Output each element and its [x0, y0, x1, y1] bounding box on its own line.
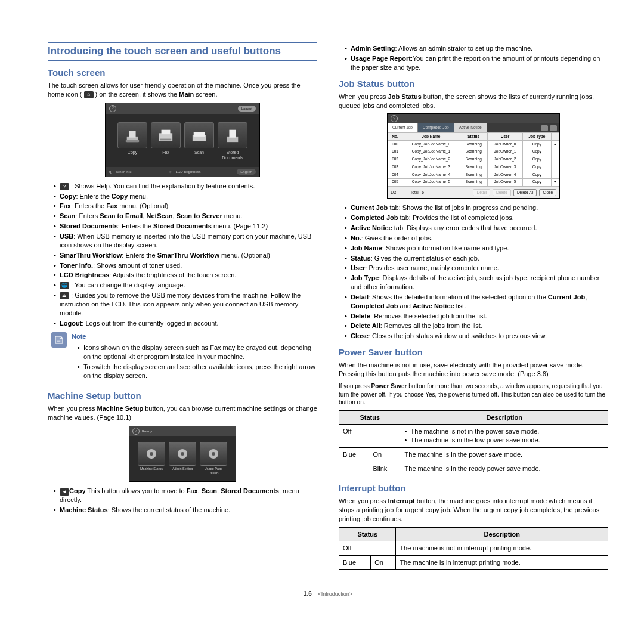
touch-screen-heading: Touch screen — [48, 67, 317, 79]
note-items: Icons shown on the display screen such a… — [78, 343, 317, 380]
eject-icon: ⏏ — [60, 292, 69, 299]
touch-screen-mock: ? Logout CopyFaxScanStored Documents ◐To… — [105, 103, 260, 177]
help-icon: ? — [60, 183, 69, 190]
power-saver-p2: If you press Power Saver button for more… — [339, 382, 608, 407]
svg-rect-4 — [162, 130, 171, 134]
svg-point-15 — [212, 452, 215, 456]
help-icon: ? — [391, 115, 398, 122]
interrupt-intro: When you press Interrupt button, the mac… — [339, 497, 608, 524]
job-status-intro: When you press Job Status button, the sc… — [339, 92, 608, 110]
note-block: Note Icons shown on the display screen s… — [51, 332, 317, 383]
svg-rect-2 — [126, 140, 139, 142]
svg-rect-5 — [160, 138, 172, 140]
interrupt-table: StatusDescriptionOffThe machine is not i… — [339, 527, 608, 571]
svg-point-11 — [150, 452, 153, 456]
job-total: Total : 6 — [410, 190, 424, 196]
chapter-label: <Introduction> — [318, 591, 353, 597]
job-status-bullets: Current Job tab: Shows the list of jobs … — [345, 203, 608, 340]
note-label: Note — [72, 332, 317, 341]
msetup-bullet-list: ◄Copy This button allows you to move to … — [54, 487, 317, 515]
machine-setup-heading: Machine Setup button — [48, 390, 317, 402]
toner-info-label: Toner Info. — [116, 169, 132, 174]
close-button: Close — [539, 189, 556, 197]
machine-setup-mock: ?Ready Machine StatusAdmin SettingUsage … — [129, 426, 236, 482]
language-label: English — [237, 169, 256, 175]
touch-intro-bold: Main — [179, 91, 194, 98]
tab-active-notice: Active Notice — [454, 123, 487, 132]
help-icon: ? — [109, 105, 116, 112]
touch-bullet-list: ? : Shows Help. You can find the explana… — [54, 182, 317, 328]
machine-setup-intro: When you press Machine Setup button, you… — [48, 404, 317, 422]
right-column: Admin Setting: Allows an administrator t… — [339, 42, 608, 576]
delete-button: Delete — [493, 189, 511, 197]
power-saver-p1: When the machine is not in use, save ele… — [339, 361, 608, 379]
home-icon: ⌂ — [84, 91, 94, 98]
power-saver-heading: Power Saver button — [339, 346, 608, 358]
logout-button-mock: Logout — [238, 106, 256, 112]
main-heading: Introducing the touch screen and useful … — [48, 42, 317, 61]
delete-all-button: Delete All — [513, 189, 537, 197]
detail-button: Detail — [473, 189, 490, 197]
power-saver-table: StatusDescriptionOffThe machine is not i… — [339, 410, 608, 476]
job-page-indicator: 1/3 — [391, 190, 396, 196]
back-icon: ◄ — [60, 488, 69, 496]
window-icon — [541, 125, 548, 131]
tab-current-job: Current Job — [388, 123, 418, 132]
help-icon: ? — [132, 428, 140, 435]
touch-intro: The touch screen allows for user-friendl… — [48, 81, 317, 99]
svg-rect-1 — [129, 131, 135, 137]
tab-completed-job: Completed Job — [418, 123, 454, 132]
job-status-mock: ? Current Job Completed Job Active Notic… — [387, 113, 560, 199]
touch-intro-b: ) on the screen, it shows the — [95, 91, 179, 98]
left-column: Introducing the touch screen and useful … — [48, 42, 317, 576]
close-icon — [550, 125, 557, 131]
interrupt-heading: Interrupt button — [339, 482, 608, 494]
svg-rect-9 — [229, 130, 236, 138]
page-number: 1.6 — [304, 590, 312, 597]
page-footer: 1.6 <Introduction> — [48, 587, 608, 598]
right-top-bullets: Admin Setting: Allows an administrator t… — [345, 44, 608, 72]
lcd-brightness-label: LCD Brightness — [176, 169, 201, 174]
touch-intro-c: screen. — [194, 91, 217, 98]
svg-rect-7 — [194, 132, 205, 136]
globe-icon: 🌐 — [60, 282, 69, 289]
job-status-heading: Job Status button — [339, 78, 608, 90]
svg-point-13 — [181, 452, 184, 456]
note-icon — [51, 332, 67, 348]
